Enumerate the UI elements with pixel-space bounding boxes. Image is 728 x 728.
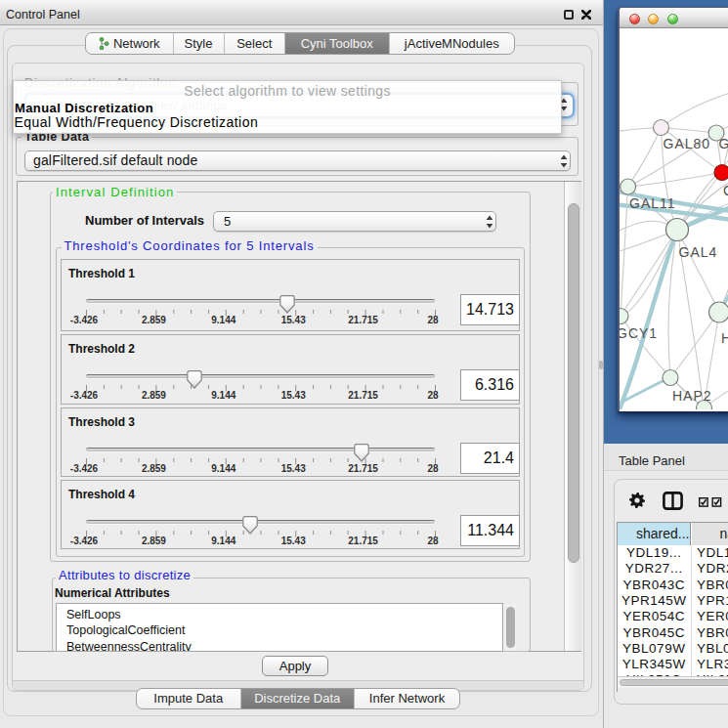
svg-text:C: C <box>723 183 728 198</box>
svg-text:GAL80: GAL80 <box>664 136 711 151</box>
svg-text:H: H <box>721 330 728 346</box>
svg-text:HAP2: HAP2 <box>672 388 712 404</box>
svg-text:GA: GA <box>719 136 728 151</box>
svg-text:GCY1: GCY1 <box>620 325 658 341</box>
svg-text:GAL11: GAL11 <box>629 195 676 211</box>
svg-text:GAL4: GAL4 <box>679 244 718 260</box>
